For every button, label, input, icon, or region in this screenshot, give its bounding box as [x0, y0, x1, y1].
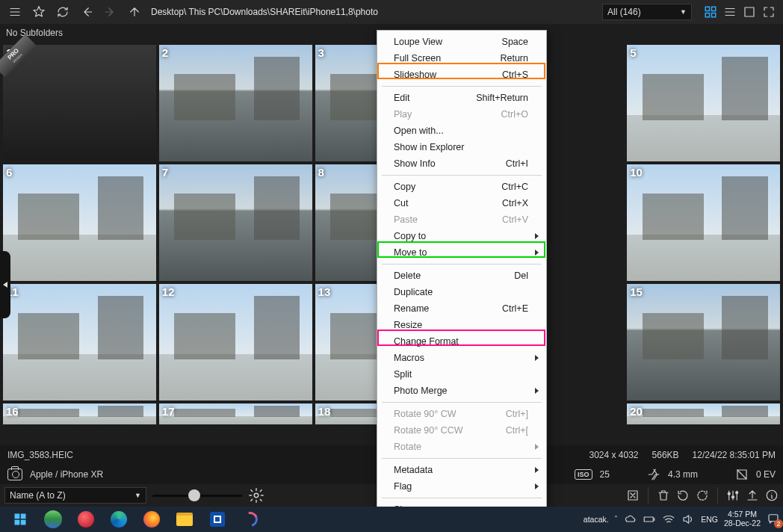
ctx-shortcut: Space [502, 37, 528, 47]
forward-icon[interactable] [100, 2, 121, 22]
ctx-move-to[interactable]: Move to [379, 244, 545, 261]
ctx-show-info[interactable]: Show InfoCtrl+I [379, 155, 545, 172]
thumbnail[interactable]: 6 [3, 164, 156, 281]
ctx-label: Rotate 90° CCW [394, 425, 463, 436]
iso-icon: ISO [575, 469, 592, 480]
ctx-metadata[interactable]: Metadata [379, 462, 545, 478]
taskbar-app-2[interactable] [202, 507, 233, 532]
thumbnail[interactable]: 1 [3, 45, 156, 161]
taskbar-explorer[interactable] [169, 507, 200, 532]
view-fullscreen-button[interactable] [759, 2, 779, 22]
ctx-split[interactable]: Split [379, 366, 545, 383]
tray-language[interactable]: ENG [701, 515, 718, 524]
start-button[interactable] [4, 507, 36, 532]
thumbnail[interactable]: 7 [159, 164, 312, 281]
info-icon[interactable] [765, 489, 779, 502]
thumbnail[interactable]: 10 [627, 164, 780, 281]
tray-onedrive-icon[interactable] [623, 513, 637, 526]
ctx-edit[interactable]: EditShift+Return [379, 90, 545, 106]
sliders-icon[interactable] [726, 489, 740, 502]
ctx-resize[interactable]: Resize [379, 317, 545, 333]
tray-notifications[interactable]: 2 [767, 512, 780, 527]
taskbar-opera[interactable] [70, 507, 102, 532]
svg-rect-12 [15, 514, 20, 519]
ctx-label: Resize [394, 320, 422, 330]
ctx-rename[interactable]: RenameCtrl+E [379, 300, 545, 317]
tray-weather[interactable]: atacak. [584, 515, 609, 524]
ctx-label: Copy to [394, 231, 426, 241]
trash-icon[interactable] [657, 489, 670, 502]
rotate-ccw-icon[interactable] [676, 489, 690, 502]
view-list-button[interactable] [720, 2, 740, 22]
thumbnail[interactable]: 16 [3, 403, 156, 424]
ctx-full-screen[interactable]: Full ScreenReturn [379, 50, 545, 66]
thumbnail[interactable]: 5 [627, 45, 780, 161]
tray-volume-icon[interactable] [681, 513, 695, 526]
taskbar-current-app[interactable] [235, 507, 266, 532]
export-icon[interactable] [746, 489, 759, 502]
ctx-shortcut: Ctrl+C [501, 182, 528, 192]
ctx-flag[interactable]: Flag [379, 478, 545, 495]
thumbnail[interactable]: 11 [3, 284, 156, 400]
svg-rect-2 [705, 13, 709, 17]
ctx-macros[interactable]: Macros [379, 350, 545, 366]
taskbar-edge[interactable] [103, 507, 134, 532]
app-window: Desktop\ This PC\Downloads\SHAREit\iPhon… [0, 0, 783, 507]
taskbar-firefox[interactable] [136, 507, 167, 532]
star-icon[interactable] [28, 2, 49, 22]
thumbnail[interactable]: 2 [159, 45, 312, 161]
tray-chevron-up-icon[interactable]: ˆ [615, 515, 618, 524]
thumbnail[interactable]: 15 [627, 284, 780, 400]
menu-icon[interactable] [4, 2, 25, 22]
svg-rect-13 [21, 514, 26, 519]
ctx-loupe-view[interactable]: Loupe ViewSpace [379, 34, 545, 50]
ctx-label: Paste [394, 214, 418, 225]
notification-badge: 2 [774, 519, 783, 528]
tray-battery-icon[interactable] [643, 513, 656, 526]
status-dimensions: 3024 x 4032 [589, 450, 638, 460]
taskbar-app-1[interactable] [37, 507, 69, 532]
filter-select[interactable]: All (146) ▼ [602, 4, 692, 20]
gear-icon[interactable] [248, 487, 264, 504]
thumbnail[interactable]: 12 [159, 284, 312, 400]
view-single-button[interactable] [740, 2, 759, 22]
tray-wifi-icon[interactable] [662, 513, 675, 526]
tray-clock[interactable]: 4:57 PM 28-Dec-22 [724, 510, 761, 528]
refresh-icon[interactable] [52, 2, 73, 22]
ctx-paste: PasteCtrl+V [379, 211, 545, 228]
ctx-delete[interactable]: DeleteDel [379, 267, 545, 284]
collapse-arrow[interactable] [0, 251, 10, 318]
thumb-number: 16 [6, 405, 19, 418]
ctx-change-format[interactable]: Change Format [379, 333, 545, 350]
sort-select[interactable]: Name (A to Z) ▼ [4, 487, 146, 504]
ctx-cut[interactable]: CutCtrl+X [379, 195, 545, 211]
ctx-copy[interactable]: CopyCtrl+C [379, 179, 545, 195]
ctx-label: Change Format [394, 336, 459, 347]
up-icon[interactable] [124, 2, 145, 22]
thumbnail[interactable]: 17 [159, 403, 312, 424]
ctx-label: Macros [394, 353, 424, 363]
thumb-number: 12 [162, 285, 175, 298]
ctx-photo-merge[interactable]: Photo Merge [379, 383, 545, 399]
reject-icon[interactable] [626, 489, 640, 502]
ctx-label: Metadata [394, 465, 433, 475]
thumb-number: 5 [630, 46, 636, 59]
top-toolbar: Desktop\ This PC\Downloads\SHAREit\iPhon… [0, 0, 783, 24]
view-grid-button[interactable] [701, 2, 720, 22]
thumbnail[interactable]: 20 [627, 403, 780, 424]
ctx-copy-to[interactable]: Copy to [379, 228, 545, 244]
thumb-number: 17 [162, 405, 175, 418]
thumb-size-slider[interactable] [152, 488, 242, 503]
status-ev: 0 EV [756, 469, 776, 480]
ctx-show-in-explorer[interactable]: Show in Explorer [379, 139, 545, 155]
ctx-duplicate[interactable]: Duplicate [379, 284, 545, 300]
ctx-open-with-[interactable]: Open with... [379, 123, 545, 139]
ctx-slideshow[interactable]: SlideshowCtrl+S [379, 66, 545, 83]
back-icon[interactable] [76, 2, 97, 22]
thumb-number: 15 [630, 285, 643, 298]
rotate-cw-icon[interactable] [696, 489, 709, 502]
ctx-rotate-90-cw: Rotate 90° CWCtrl+] [379, 406, 545, 422]
breadcrumb-path[interactable]: Desktop\ This PC\Downloads\SHAREit\iPhon… [151, 7, 378, 17]
chevron-down-icon: ▼ [134, 492, 141, 499]
svg-point-10 [736, 492, 738, 494]
